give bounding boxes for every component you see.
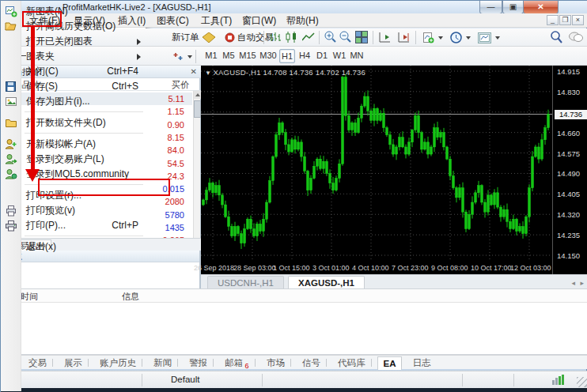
bid-price: 5.11 xyxy=(168,92,184,105)
connection-status-icon xyxy=(552,375,565,385)
scroll-up-button[interactable] xyxy=(194,91,201,99)
file-menu-item-8[interactable]: 打开数据文件夹(D) xyxy=(1,115,146,130)
tab-scroll-right-icon[interactable]: ▸ xyxy=(580,279,584,287)
candlestick-mode-icon[interactable] xyxy=(286,32,297,43)
close-button[interactable]: ✕ xyxy=(523,1,559,14)
mdi-minimize-button[interactable]: _ xyxy=(547,15,559,25)
price-tick-label: 14.490 xyxy=(557,169,587,178)
resize-grip[interactable] xyxy=(577,377,587,387)
price-axis[interactable]: 14.91514.83014.74514.66014.57514.49014.4… xyxy=(552,66,587,274)
price-tick-label: 14.915 xyxy=(557,67,587,76)
terminal-panel: 时间 信息 xyxy=(13,288,587,355)
print-preview-icon xyxy=(5,205,17,217)
current-price-tag: 14.736 xyxy=(555,110,587,119)
timeframe-mn-button[interactable]: MN xyxy=(349,49,365,63)
menu-item-label: 保存为图片(i)... xyxy=(26,94,90,109)
submenu-arrow-icon xyxy=(137,54,141,60)
price-tick-label: 14.320 xyxy=(557,210,587,219)
terminal-tab-2[interactable]: 账户历史 xyxy=(94,356,142,370)
zoom-in-icon[interactable] xyxy=(324,31,337,43)
mql5-market-icon[interactable] xyxy=(203,32,215,43)
minimize-button[interactable]: — xyxy=(479,1,502,14)
terminal-tab-8[interactable]: 代码库 xyxy=(332,356,371,370)
search-icon[interactable] xyxy=(551,31,562,43)
timeframes-dropdown[interactable] xyxy=(448,30,473,45)
timeframe-w1-button[interactable]: W1 xyxy=(331,49,347,63)
file-menu-item-4[interactable]: 关闭(C)Ctrl+F4 xyxy=(1,64,146,79)
chart-shift-icon[interactable] xyxy=(397,32,411,43)
chart-canvas[interactable]: ▼ XAGUSD-,H1 14.708 14.736 14.702 14.736… xyxy=(201,66,587,274)
indicators-dropdown[interactable] xyxy=(420,30,445,45)
timeframe-m15-button[interactable]: M15 xyxy=(238,49,257,63)
annotation-box-login-item xyxy=(38,179,170,196)
zoom-out-icon[interactable] xyxy=(339,31,352,43)
terminal-tab-6[interactable]: 市场 xyxy=(261,356,290,370)
menu-item-shortcut: Ctrl+F4 xyxy=(107,64,138,79)
chat-icon[interactable] xyxy=(569,32,583,43)
timeframe-m1-button[interactable]: M1 xyxy=(203,49,219,63)
terminal-tab-1[interactable]: 展示 xyxy=(59,356,88,370)
autoscroll-icon[interactable] xyxy=(378,32,392,43)
menu-item-4[interactable]: 工具(T) xyxy=(195,13,238,28)
chart-tab-xagusdh1[interactable]: XAGUSD-,H1 xyxy=(288,276,365,289)
menu-separator xyxy=(25,236,143,236)
auto-trading-button[interactable]: 自动交易 xyxy=(222,30,276,45)
timeframe-h4-button[interactable]: H4 xyxy=(297,49,312,63)
terminal-tab-bar: 交易展示账户历史新闻警报邮箱 6市场信号代码库EA日志 xyxy=(13,355,587,369)
file-menu-item-5[interactable]: 保存(S)Ctrl+S xyxy=(1,79,146,94)
file-menu-item-10[interactable]: 开新模拟帐户(A) xyxy=(1,137,146,152)
menu-item-label: 打开数据文件夹(D) xyxy=(26,115,106,130)
market-watch-close-icon[interactable]: ✕ xyxy=(191,68,197,76)
terminal-tab-5[interactable]: 邮箱 6 xyxy=(219,356,255,370)
tile-windows-icon[interactable] xyxy=(355,31,368,43)
new-order-label: 新订单 xyxy=(172,32,199,43)
terminal-tab-7[interactable]: 信号 xyxy=(297,356,326,370)
file-menu-item-3[interactable]: 图表夹 xyxy=(1,49,146,64)
menu-item-label: 退出(x) xyxy=(26,239,56,254)
mdi-restore-button[interactable]: ❐ xyxy=(559,15,571,25)
chart-dropdown-icon[interactable]: ▼ xyxy=(205,70,214,77)
file-menu-item-15[interactable]: 打印预览(v) xyxy=(1,203,146,218)
profile-indicator[interactable]: Default xyxy=(171,375,199,384)
timeframe-m30-button[interactable]: M30 xyxy=(259,49,278,63)
menu-item-6[interactable]: 帮助(H) xyxy=(280,13,325,28)
time-tick-label: 10 Oct 17:00 xyxy=(471,264,512,272)
add-symbol-dropdown[interactable] xyxy=(170,49,195,64)
bid-price: 1435 xyxy=(165,221,184,234)
menu-separator xyxy=(25,133,143,134)
chart-tab-usdcnhh1[interactable]: USDCNH-,H1 xyxy=(207,276,284,289)
terminal-tab-0[interactable]: 交易 xyxy=(23,356,52,370)
printer-icon xyxy=(5,220,17,232)
menu-item-3[interactable]: 图表(C) xyxy=(150,13,195,28)
scroll-thumb[interactable] xyxy=(194,100,201,118)
timeframe-d1-button[interactable]: D1 xyxy=(314,49,330,63)
timeframe-m5-button[interactable]: M5 xyxy=(221,49,237,63)
mdi-close-button[interactable]: × xyxy=(572,15,584,25)
account-community-icon xyxy=(5,168,17,180)
terminal-tab-3[interactable]: 新闻 xyxy=(148,356,177,370)
line-chart-mode-icon[interactable] xyxy=(302,32,315,43)
bid-price: 1.15 xyxy=(168,105,184,118)
terminal-tab-4[interactable]: 警报 xyxy=(184,356,213,370)
timeframe-h1-button[interactable]: H1 xyxy=(279,49,295,63)
submenu-arrow-icon xyxy=(137,39,141,45)
new-order-button[interactable]: 新订单 xyxy=(169,30,202,45)
file-menu-item-2[interactable]: 打开已关闭图表 xyxy=(1,34,146,49)
terminal-tab-10[interactable]: 日志 xyxy=(407,356,437,370)
bar-chart-mode-icon[interactable] xyxy=(269,32,281,43)
file-menu-item-18[interactable]: 退出(x) xyxy=(1,239,146,254)
templates-caret-icon xyxy=(495,36,500,40)
bid-price: 54.5 xyxy=(168,157,184,170)
file-menu-item-16[interactable]: 打印(P)...Ctrl+P xyxy=(1,218,146,233)
terminal-tab-ea[interactable]: EA xyxy=(377,356,403,370)
menu-item-label: 打印(P)... xyxy=(26,218,66,233)
templates-dropdown[interactable] xyxy=(475,30,502,45)
restore-button[interactable]: ▣ xyxy=(502,1,524,14)
menu-item-label: 登录到交易账户(L) xyxy=(26,152,104,167)
annotation-arrow-line xyxy=(31,26,35,170)
tab-scroll-left-icon[interactable]: ◂ xyxy=(571,279,575,287)
bid-price: 5780 xyxy=(165,209,184,221)
menu-item-5[interactable]: 窗口(W) xyxy=(236,13,282,28)
file-menu-item-11[interactable]: 登录到交易账户(L) xyxy=(1,152,146,167)
file-menu-item-6[interactable]: 保存为图片(i)... xyxy=(1,94,146,109)
